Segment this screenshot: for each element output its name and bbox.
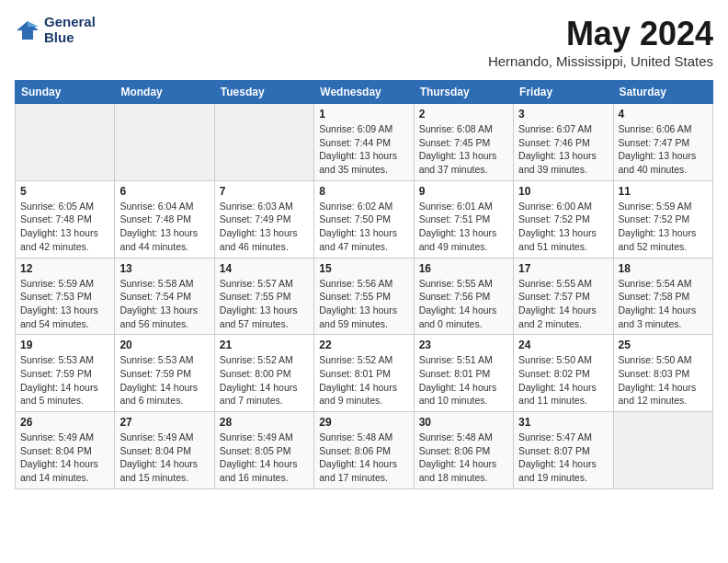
day-number: 15 — [319, 262, 408, 275]
day-info: Sunrise: 6:05 AMSunset: 7:48 PMDaylight:… — [20, 200, 109, 254]
calendar-cell: 5Sunrise: 6:05 AMSunset: 7:48 PMDaylight… — [16, 180, 115, 258]
day-number: 20 — [119, 339, 209, 351]
calendar-cell: 3Sunrise: 6:07 AMSunset: 7:46 PMDaylight… — [514, 104, 613, 181]
day-number: 13 — [119, 262, 209, 275]
calendar-cell: 18Sunrise: 5:54 AMSunset: 7:58 PMDayligh… — [613, 258, 712, 335]
calendar-cell: 20Sunrise: 5:53 AMSunset: 7:59 PMDayligh… — [115, 335, 214, 412]
day-number: 8 — [319, 185, 408, 198]
day-info: Sunrise: 6:01 AMSunset: 7:51 PMDaylight:… — [419, 200, 508, 254]
calendar-cell: 31Sunrise: 5:47 AMSunset: 8:07 PMDayligh… — [514, 412, 613, 489]
day-info: Sunrise: 5:52 AMSunset: 8:00 PMDaylight:… — [220, 353, 309, 408]
day-number: 25 — [619, 339, 708, 351]
calendar-week-row: 1Sunrise: 6:09 AMSunset: 7:44 PMDaylight… — [16, 104, 713, 181]
calendar-cell: 9Sunrise: 6:01 AMSunset: 7:51 PMDaylight… — [414, 180, 513, 258]
day-info: Sunrise: 5:49 AMSunset: 8:04 PMDaylight:… — [20, 431, 109, 485]
day-info: Sunrise: 5:55 AMSunset: 7:57 PMDaylight:… — [518, 277, 608, 331]
day-number: 4 — [619, 108, 708, 121]
day-number: 14 — [220, 262, 309, 275]
calendar-cell: 21Sunrise: 5:52 AMSunset: 8:00 PMDayligh… — [214, 335, 313, 412]
calendar-cell — [613, 412, 712, 489]
calendar-week-row: 5Sunrise: 6:05 AMSunset: 7:48 PMDaylight… — [16, 180, 713, 258]
day-number: 26 — [20, 416, 109, 429]
calendar-cell: 15Sunrise: 5:56 AMSunset: 7:55 PMDayligh… — [314, 258, 414, 335]
day-info: Sunrise: 6:07 AMSunset: 7:46 PMDaylight:… — [518, 122, 608, 177]
day-number: 1 — [319, 108, 408, 121]
calendar-week-row: 12Sunrise: 5:59 AMSunset: 7:53 PMDayligh… — [16, 258, 713, 335]
calendar-week-row: 19Sunrise: 5:53 AMSunset: 7:59 PMDayligh… — [16, 335, 713, 412]
calendar-cell: 26Sunrise: 5:49 AMSunset: 8:04 PMDayligh… — [16, 412, 115, 489]
day-info: Sunrise: 5:47 AMSunset: 8:07 PMDaylight:… — [518, 431, 608, 485]
day-info: Sunrise: 5:51 AMSunset: 8:01 PMDaylight:… — [419, 353, 508, 408]
day-info: Sunrise: 5:58 AMSunset: 7:54 PMDaylight:… — [119, 277, 209, 331]
calendar-cell: 16Sunrise: 5:55 AMSunset: 7:56 PMDayligh… — [414, 258, 513, 335]
day-number: 10 — [518, 185, 608, 198]
subtitle: Hernando, Mississippi, United States — [488, 53, 713, 69]
day-number: 28 — [220, 416, 309, 429]
day-number: 31 — [518, 416, 608, 429]
day-info: Sunrise: 5:52 AMSunset: 8:01 PMDaylight:… — [319, 353, 408, 408]
calendar-cell: 24Sunrise: 5:50 AMSunset: 8:02 PMDayligh… — [514, 335, 613, 412]
day-info: Sunrise: 5:54 AMSunset: 7:58 PMDaylight:… — [619, 277, 708, 331]
calendar-cell: 19Sunrise: 5:53 AMSunset: 7:59 PMDayligh… — [16, 335, 115, 412]
day-info: Sunrise: 5:53 AMSunset: 7:59 PMDaylight:… — [20, 353, 109, 408]
day-number: 3 — [518, 108, 608, 121]
day-info: Sunrise: 5:50 AMSunset: 8:03 PMDaylight:… — [619, 353, 708, 408]
day-number: 9 — [419, 185, 508, 198]
weekday-header: Tuesday — [214, 81, 313, 104]
calendar-cell: 1Sunrise: 6:09 AMSunset: 7:44 PMDaylight… — [314, 104, 414, 181]
day-info: Sunrise: 5:48 AMSunset: 8:06 PMDaylight:… — [419, 431, 508, 485]
day-number: 16 — [419, 262, 508, 275]
day-info: Sunrise: 6:04 AMSunset: 7:48 PMDaylight:… — [119, 200, 209, 254]
day-number: 7 — [220, 185, 309, 198]
day-info: Sunrise: 5:56 AMSunset: 7:55 PMDaylight:… — [319, 277, 408, 331]
day-number: 12 — [20, 262, 109, 275]
day-info: Sunrise: 5:49 AMSunset: 8:04 PMDaylight:… — [119, 431, 209, 485]
calendar: SundayMondayTuesdayWednesdayThursdayFrid… — [15, 80, 713, 489]
day-number: 24 — [518, 339, 608, 351]
day-number: 27 — [119, 416, 209, 429]
day-info: Sunrise: 6:09 AMSunset: 7:44 PMDaylight:… — [319, 122, 408, 177]
day-info: Sunrise: 5:50 AMSunset: 8:02 PMDaylight:… — [518, 353, 608, 408]
day-info: Sunrise: 5:49 AMSunset: 8:05 PMDaylight:… — [220, 431, 309, 485]
calendar-cell: 30Sunrise: 5:48 AMSunset: 8:06 PMDayligh… — [414, 412, 513, 489]
day-number: 21 — [220, 339, 309, 351]
day-info: Sunrise: 5:55 AMSunset: 7:56 PMDaylight:… — [419, 277, 508, 331]
day-number: 17 — [518, 262, 608, 275]
calendar-cell — [115, 104, 214, 181]
calendar-week-row: 26Sunrise: 5:49 AMSunset: 8:04 PMDayligh… — [16, 412, 713, 489]
calendar-cell: 27Sunrise: 5:49 AMSunset: 8:04 PMDayligh… — [115, 412, 214, 489]
main-title: May 2024 — [488, 15, 713, 53]
calendar-cell: 23Sunrise: 5:51 AMSunset: 8:01 PMDayligh… — [414, 335, 513, 412]
day-info: Sunrise: 5:53 AMSunset: 7:59 PMDaylight:… — [119, 353, 209, 408]
day-number: 23 — [419, 339, 508, 351]
weekday-header: Friday — [514, 81, 613, 104]
svg-marker-1 — [28, 21, 39, 27]
calendar-cell: 25Sunrise: 5:50 AMSunset: 8:03 PMDayligh… — [613, 335, 712, 412]
weekday-header: Thursday — [414, 81, 513, 104]
title-area: May 2024 Hernando, Mississippi, United S… — [488, 15, 713, 69]
calendar-cell: 10Sunrise: 6:00 AMSunset: 7:52 PMDayligh… — [514, 180, 613, 258]
weekday-header: Wednesday — [314, 81, 414, 104]
calendar-cell — [16, 104, 115, 181]
logo: General Blue — [15, 15, 96, 45]
calendar-cell: 22Sunrise: 5:52 AMSunset: 8:01 PMDayligh… — [314, 335, 414, 412]
weekday-header: Monday — [115, 81, 214, 104]
day-info: Sunrise: 6:06 AMSunset: 7:47 PMDaylight:… — [619, 122, 708, 177]
logo-text: General Blue — [44, 15, 96, 45]
day-number: 18 — [619, 262, 708, 275]
day-info: Sunrise: 5:59 AMSunset: 7:52 PMDaylight:… — [619, 200, 708, 254]
weekday-header: Sunday — [16, 81, 115, 104]
weekday-header: Saturday — [613, 81, 712, 104]
calendar-cell — [214, 104, 313, 181]
day-info: Sunrise: 5:59 AMSunset: 7:53 PMDaylight:… — [20, 277, 109, 331]
weekday-header-row: SundayMondayTuesdayWednesdayThursdayFrid… — [16, 81, 713, 104]
day-number: 5 — [20, 185, 109, 198]
calendar-cell: 13Sunrise: 5:58 AMSunset: 7:54 PMDayligh… — [115, 258, 214, 335]
calendar-cell: 29Sunrise: 5:48 AMSunset: 8:06 PMDayligh… — [314, 412, 414, 489]
calendar-cell: 2Sunrise: 6:08 AMSunset: 7:45 PMDaylight… — [414, 104, 513, 181]
day-number: 22 — [319, 339, 408, 351]
day-info: Sunrise: 5:48 AMSunset: 8:06 PMDaylight:… — [319, 431, 408, 485]
logo-icon — [15, 17, 40, 43]
day-info: Sunrise: 6:03 AMSunset: 7:49 PMDaylight:… — [220, 200, 309, 254]
calendar-cell: 8Sunrise: 6:02 AMSunset: 7:50 PMDaylight… — [314, 180, 414, 258]
